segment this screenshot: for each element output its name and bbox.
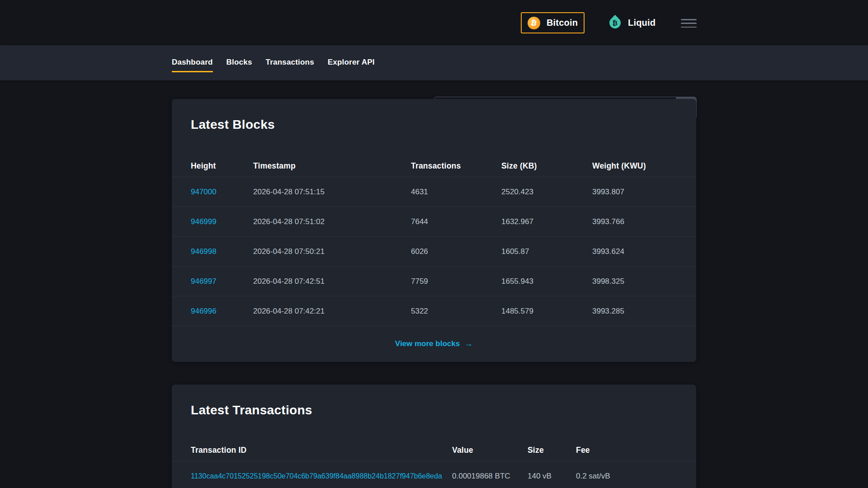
txs-table-header: Transaction ID Value Size Fee bbox=[172, 440, 696, 461]
block-timestamp: 2026-04-28 07:42:51 bbox=[253, 277, 411, 286]
navbar: Dashboard Blocks Transactions Explorer A… bbox=[0, 45, 868, 80]
liquid-network-button[interactable]: ₿ Liquid bbox=[599, 12, 665, 33]
block-size: 1605.87 bbox=[501, 247, 592, 256]
blocks-table-header: Height Timestamp Transactions Size (KB) … bbox=[172, 155, 696, 177]
block-row: 946999 2026-04-28 07:51:02 7644 1632.967… bbox=[172, 207, 696, 237]
block-size: 2520.423 bbox=[501, 188, 592, 197]
col-tx-size: Size bbox=[528, 446, 576, 455]
transaction-value: 0.00019868 BTC bbox=[452, 472, 528, 481]
block-row: 947000 2026-04-28 07:51:15 4631 2520.423… bbox=[172, 177, 696, 207]
latest-transactions-card: Latest Transactions Transaction ID Value… bbox=[172, 385, 696, 488]
col-timestamp: Timestamp bbox=[253, 161, 411, 171]
block-weight: 3993.624 bbox=[592, 247, 687, 256]
latest-blocks-title: Latest Blocks bbox=[172, 99, 696, 132]
block-height-link[interactable]: 946997 bbox=[191, 277, 253, 286]
nav-item-transactions[interactable]: Transactions bbox=[266, 53, 314, 72]
nav-item-explorer-api[interactable]: Explorer API bbox=[328, 53, 375, 72]
block-size: 1655.943 bbox=[501, 277, 592, 286]
block-tx-count: 7644 bbox=[411, 217, 501, 226]
col-transactions: Transactions bbox=[411, 161, 501, 171]
latest-blocks-card: Latest Blocks Height Timestamp Transacti… bbox=[172, 99, 696, 362]
menu-icon[interactable] bbox=[681, 19, 697, 28]
liquid-network-label: Liquid bbox=[628, 18, 656, 28]
col-weight: Weight (KWU) bbox=[592, 161, 687, 171]
transaction-id-link[interactable]: 1130caa4c70152525198c50e704c6b79a639f84a… bbox=[191, 472, 452, 480]
block-height-link[interactable]: 947000 bbox=[191, 188, 253, 197]
col-value: Value bbox=[452, 446, 528, 455]
topbar: ₿ Bitcoin ₿ Liquid bbox=[0, 0, 868, 45]
nav-item-blocks[interactable]: Blocks bbox=[226, 53, 252, 72]
col-size: Size (KB) bbox=[501, 161, 592, 171]
block-height-link[interactable]: 946996 bbox=[191, 307, 253, 316]
bitcoin-network-button[interactable]: ₿ Bitcoin bbox=[521, 12, 585, 33]
block-weight: 3998.325 bbox=[592, 277, 687, 286]
col-txid: Transaction ID bbox=[191, 446, 452, 455]
col-height: Height bbox=[191, 161, 253, 171]
block-size: 1485.579 bbox=[501, 307, 592, 316]
view-more-blocks-link[interactable]: View more blocks bbox=[395, 339, 460, 348]
view-more-blocks: View more blocks → bbox=[172, 326, 696, 361]
bitcoin-coin-icon: ₿ bbox=[528, 17, 540, 29]
block-weight: 3993.285 bbox=[592, 307, 687, 316]
block-timestamp: 2026-04-28 07:50:21 bbox=[253, 247, 411, 256]
block-height-link[interactable]: 946999 bbox=[191, 217, 253, 226]
arrow-right-icon: → bbox=[464, 339, 473, 349]
bitcoin-network-label: Bitcoin bbox=[547, 18, 578, 28]
block-row: 946998 2026-04-28 07:50:21 6026 1605.87 … bbox=[172, 237, 696, 267]
col-fee: Fee bbox=[576, 446, 687, 455]
transaction-size: 140 vB bbox=[528, 472, 576, 481]
nav-item-dashboard[interactable]: Dashboard bbox=[172, 53, 213, 72]
block-timestamp: 2026-04-28 07:51:02 bbox=[253, 217, 411, 226]
nav-items: Dashboard Blocks Transactions Explorer A… bbox=[172, 45, 375, 80]
block-height-link[interactable]: 946998 bbox=[191, 247, 253, 256]
block-size: 1632.967 bbox=[501, 217, 592, 226]
block-timestamp: 2026-04-28 07:42:21 bbox=[253, 307, 411, 316]
block-timestamp: 2026-04-28 07:51:15 bbox=[253, 188, 411, 197]
transaction-fee: 0.2 sat/vB bbox=[576, 472, 687, 481]
block-tx-count: 7759 bbox=[411, 277, 501, 286]
block-row: 946997 2026-04-28 07:42:51 7759 1655.943… bbox=[172, 267, 696, 296]
block-row: 946996 2026-04-28 07:42:21 5322 1485.579… bbox=[172, 296, 696, 326]
block-tx-count: 4631 bbox=[411, 188, 501, 197]
block-weight: 3993.807 bbox=[592, 188, 687, 197]
block-tx-count: 5322 bbox=[411, 307, 501, 316]
block-weight: 3993.766 bbox=[592, 217, 687, 226]
transaction-row: 1130caa4c70152525198c50e704c6b79a639f84a… bbox=[172, 461, 696, 488]
liquid-drop-icon: ₿ bbox=[607, 15, 623, 31]
block-tx-count: 6026 bbox=[411, 247, 501, 256]
latest-transactions-title: Latest Transactions bbox=[172, 385, 696, 418]
